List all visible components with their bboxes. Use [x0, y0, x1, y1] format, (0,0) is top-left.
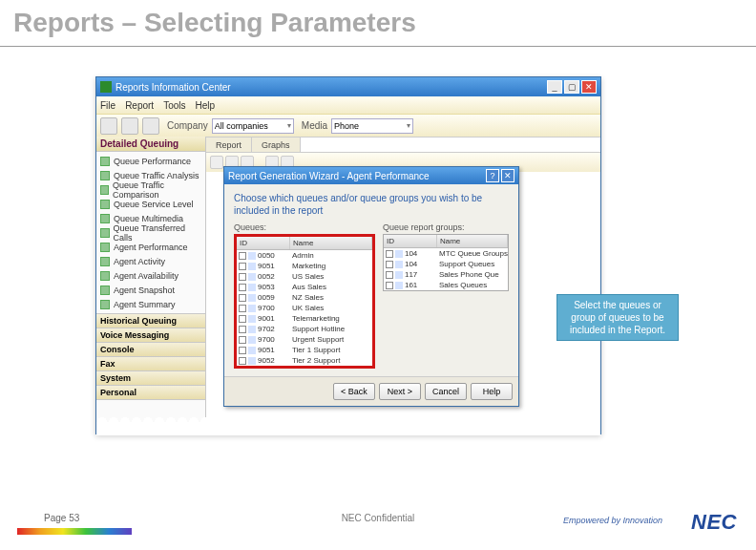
report-icon — [100, 157, 110, 166]
menu-tools[interactable]: Tools — [163, 100, 185, 111]
sidebar-item[interactable]: Agent Snapshot — [96, 283, 205, 297]
media-select[interactable]: Phone▾ — [331, 118, 413, 134]
app-window: Reports Information Center _ ▢ ✕ File Re… — [95, 76, 601, 434]
queue-icon — [248, 357, 256, 365]
checkbox[interactable] — [386, 261, 393, 268]
queue-icon — [248, 284, 256, 291]
checkbox[interactable] — [239, 336, 246, 344]
torn-edge — [96, 422, 600, 435]
menu-report[interactable]: Report — [125, 100, 154, 111]
company-select[interactable]: All companies▾ — [212, 118, 294, 134]
tabstrip: Report Graphs — [206, 138, 600, 153]
queue-row[interactable]: 0050Admin — [237, 250, 372, 261]
checkbox[interactable] — [239, 284, 246, 291]
report-icon — [100, 214, 110, 223]
dialog-title: Report Generation Wizard - Agent Perform… — [228, 171, 430, 181]
queue-row[interactable]: 9702Support Hotline — [237, 324, 372, 334]
queue-icon — [248, 336, 256, 344]
sidebar-item[interactable]: Queue Transferred Calls — [96, 225, 205, 240]
sidebar-item[interactable]: Queue Performance — [96, 154, 205, 168]
dialog-close-button[interactable]: ✕ — [501, 169, 514, 182]
category-header[interactable]: Voice Messaging — [96, 328, 205, 343]
help-button[interactable]: Help — [471, 383, 513, 400]
menu-help[interactable]: Help — [196, 100, 216, 111]
checkbox[interactable] — [239, 263, 246, 270]
group-icon — [395, 261, 403, 268]
queue-icon — [248, 263, 256, 270]
sidebar-item[interactable]: Agent Summary — [96, 297, 205, 311]
back-button[interactable]: < Back — [333, 383, 375, 400]
report-icon — [100, 200, 110, 209]
window-title: Reports Information Center — [116, 82, 545, 93]
checkbox[interactable] — [239, 273, 246, 281]
group-row[interactable]: 104Support Queues — [384, 259, 508, 269]
sidebar-item[interactable]: Agent Availability — [96, 268, 205, 283]
sidebar-item[interactable]: Queue Traffic Comparison — [96, 182, 205, 197]
queues-list[interactable]: IDName 0050Admin9051Marketing0052US Sale… — [234, 234, 375, 369]
toolbar-icon[interactable] — [210, 156, 223, 169]
checkbox[interactable] — [386, 250, 393, 258]
queue-row[interactable]: 9051Marketing — [237, 261, 372, 271]
checkbox[interactable] — [239, 357, 246, 365]
group-row[interactable]: 117Sales Phone Que — [384, 269, 508, 280]
dialog-titlebar: Report Generation Wizard - Agent Perform… — [224, 167, 518, 184]
checkbox[interactable] — [239, 315, 246, 323]
checkbox[interactable] — [239, 305, 246, 312]
slide-title: Reports – Selecting Parameters — [13, 8, 416, 38]
close-button[interactable]: ✕ — [581, 80, 597, 94]
group-row[interactable]: 104MTC Queue Groups — [384, 248, 508, 259]
category-header[interactable]: Fax — [96, 357, 205, 371]
chevron-down-icon: ▾ — [407, 121, 410, 130]
checkbox[interactable] — [386, 271, 393, 279]
groups-label: Queue report groups: — [383, 222, 509, 232]
page-number: Page 53 — [44, 513, 79, 523]
tab-graphs[interactable]: Graphs — [252, 138, 301, 152]
maximize-button[interactable]: ▢ — [564, 80, 579, 94]
category-header[interactable]: Personal — [96, 386, 205, 400]
toolbar-icon[interactable] — [121, 117, 138, 135]
queue-row[interactable]: 9700UK Sales — [237, 303, 372, 313]
group-row[interactable]: 161Sales Queues — [384, 280, 508, 290]
queue-row[interactable]: 9053Aus Sales — [237, 282, 372, 292]
category-header[interactable]: Historical Queuing — [96, 314, 205, 328]
tab-report[interactable]: Report — [206, 138, 252, 152]
chevron-down-icon: ▾ — [287, 121, 291, 130]
queue-row[interactable]: 9001Telemarketing — [237, 313, 372, 324]
callout: Select the queues or group of queues to … — [556, 294, 679, 341]
queue-icon — [248, 252, 256, 260]
titlebar: Reports Information Center _ ▢ ✕ — [96, 77, 600, 96]
checkbox[interactable] — [239, 347, 246, 354]
toolbar-icon[interactable] — [100, 117, 117, 135]
app-icon — [100, 81, 112, 93]
menu-file[interactable]: File — [100, 100, 116, 111]
queue-row[interactable]: 9052Tier 2 Support — [237, 355, 372, 366]
queue-icon — [248, 305, 256, 312]
wizard-dialog: Report Generation Wizard - Agent Perform… — [223, 166, 519, 407]
sidebar-item[interactable]: Queue Service Level — [96, 197, 205, 211]
queue-row[interactable]: 0059NZ Sales — [237, 292, 372, 303]
report-icon — [100, 300, 110, 309]
checkbox[interactable] — [239, 252, 246, 260]
category-header[interactable]: System — [96, 371, 205, 386]
queue-row[interactable]: 0052US Sales — [237, 271, 372, 282]
checkbox[interactable] — [239, 326, 246, 333]
menubar: File Report Tools Help — [96, 96, 600, 114]
queues-label: Queues: — [234, 222, 375, 232]
report-icon — [100, 185, 109, 195]
checkbox[interactable] — [239, 294, 246, 302]
next-button[interactable]: Next > — [379, 383, 421, 400]
toolbar-icon[interactable] — [142, 117, 159, 135]
category-header[interactable]: Console — [96, 343, 205, 357]
checkbox[interactable] — [386, 282, 393, 289]
company-label: Company — [167, 120, 208, 131]
queue-row[interactable]: 9051Tier 1 Support — [237, 345, 372, 355]
group-icon — [395, 250, 403, 258]
report-icon — [100, 257, 110, 266]
groups-list[interactable]: IDName 104MTC Queue Groups104Support Que… — [383, 234, 509, 291]
help-button[interactable]: ? — [486, 169, 499, 182]
cancel-button[interactable]: Cancel — [425, 383, 467, 400]
minimize-button[interactable]: _ — [547, 80, 562, 94]
sidebar-item[interactable]: Agent Activity — [96, 254, 205, 268]
group-icon — [395, 271, 403, 279]
queue-row[interactable]: 9700Urgent Support — [237, 334, 372, 345]
